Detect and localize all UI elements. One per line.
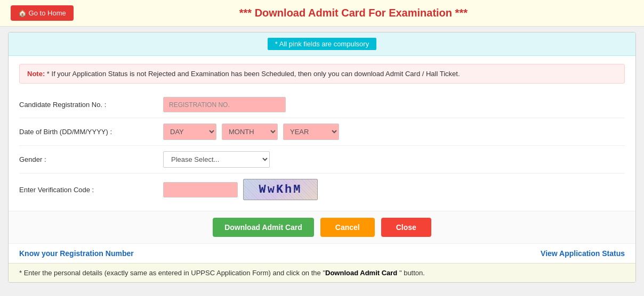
buttons-row: Download Admit Card Cancel Close bbox=[9, 211, 635, 243]
bottom-note-text: * Enter the personal details (exactly sa… bbox=[19, 269, 325, 277]
captcha-text: WwKhM bbox=[259, 183, 302, 196]
cancel-button[interactable]: Cancel bbox=[320, 218, 375, 237]
dob-control: DAY MONTH YEAR bbox=[163, 124, 625, 140]
bottom-note-end: " button. bbox=[397, 269, 425, 277]
top-bar: 🏠 Go to Home *** Download Admit Card For… bbox=[0, 0, 644, 27]
registration-input[interactable] bbox=[163, 97, 286, 112]
notice-bar: * All pink fields are compulsory bbox=[9, 32, 635, 56]
main-content: * All pink fields are compulsory Note: *… bbox=[8, 32, 636, 283]
view-application-status-link[interactable]: View Application Status bbox=[541, 249, 625, 258]
close-button[interactable]: Close bbox=[381, 218, 431, 237]
note-box: Note: * If your Application Status is no… bbox=[19, 64, 625, 84]
page-title: *** Download Admit Card For Examination … bbox=[74, 7, 633, 19]
dob-month-select[interactable]: MONTH bbox=[222, 124, 278, 140]
gender-select[interactable]: Please Select... Male Female Other bbox=[163, 151, 270, 168]
dob-year-select[interactable]: YEAR bbox=[283, 124, 339, 140]
captcha-image: WwKhM bbox=[243, 179, 318, 200]
bottom-note: * Enter the personal details (exactly sa… bbox=[9, 263, 635, 282]
dob-day-select[interactable]: DAY bbox=[163, 124, 216, 140]
note-label: Note: bbox=[27, 70, 45, 78]
download-admit-card-button[interactable]: Download Admit Card bbox=[213, 218, 314, 237]
know-registration-link[interactable]: Know your Registration Number bbox=[19, 249, 134, 258]
registration-label: Candidate Registration No. : bbox=[19, 101, 163, 109]
bottom-note-bold: Download Admit Card bbox=[325, 269, 397, 277]
registration-control bbox=[163, 97, 625, 112]
verification-control: WwKhM bbox=[163, 179, 625, 200]
gender-row: Gender : Please Select... Male Female Ot… bbox=[19, 146, 625, 174]
gender-label: Gender : bbox=[19, 155, 163, 163]
dob-row: Date of Birth (DD/MM/YYYY) : DAY MONTH Y… bbox=[19, 118, 625, 146]
note-text: * If your Application Status is not Reje… bbox=[47, 70, 460, 78]
registration-row: Candidate Registration No. : bbox=[19, 92, 625, 118]
go-home-button[interactable]: 🏠 Go to Home bbox=[11, 5, 74, 21]
form-section: Candidate Registration No. : Date of Bir… bbox=[9, 89, 635, 211]
gender-control: Please Select... Male Female Other bbox=[163, 151, 625, 168]
verification-label: Enter Verification Code : bbox=[19, 186, 163, 194]
notice-badge: * All pink fields are compulsory bbox=[268, 38, 376, 50]
links-row: Know your Registration Number View Appli… bbox=[9, 243, 635, 263]
dob-label: Date of Birth (DD/MM/YYYY) : bbox=[19, 128, 163, 136]
verification-row: Enter Verification Code : WwKhM bbox=[19, 174, 625, 205]
verification-input[interactable] bbox=[163, 182, 238, 198]
